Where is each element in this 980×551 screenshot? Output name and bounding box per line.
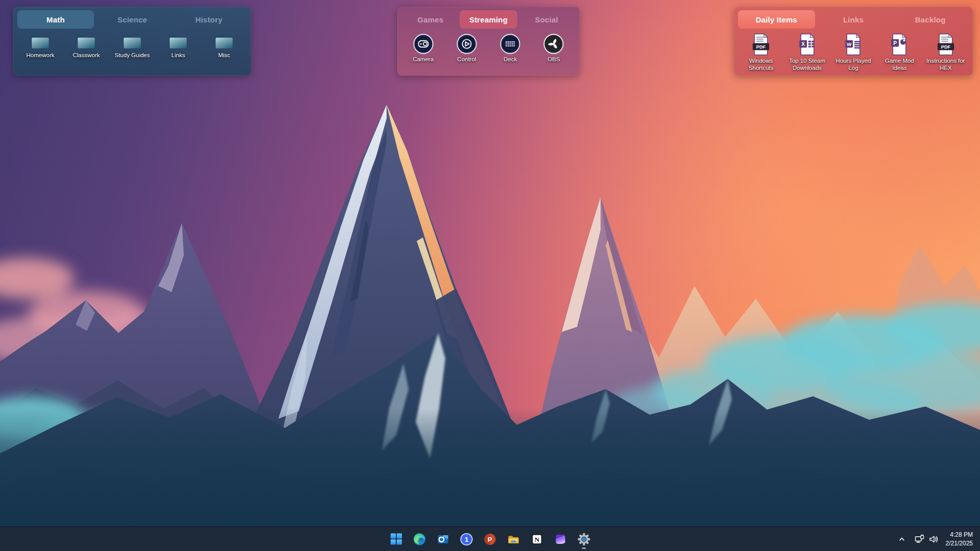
svg-text:W: W xyxy=(847,41,852,47)
desktop-item-control[interactable]: Control xyxy=(445,33,488,63)
windows-start-icon xyxy=(390,533,402,545)
desktop-item-camera[interactable]: Camera xyxy=(401,33,445,63)
item-label: Camera xyxy=(413,56,434,63)
item-label: Misc xyxy=(218,52,230,59)
item-label: Top 10 Steam Downloads xyxy=(785,58,830,71)
svg-text:PDF: PDF xyxy=(756,44,766,50)
tab-daily-items[interactable]: Daily Items xyxy=(738,10,815,29)
clipchamp-icon xyxy=(554,533,567,546)
edge-icon xyxy=(413,533,426,546)
chevron-up-icon xyxy=(897,534,907,544)
tab-games[interactable]: Games xyxy=(401,10,460,29)
streaming-items: Camera Control xyxy=(401,29,576,74)
powerpoint-file-icon: P xyxy=(890,33,909,56)
desktop: Math Science History Homework Classwork … xyxy=(0,0,980,551)
desktop-item-instructions-for-hex[interactable]: PDF Instructions for HEX xyxy=(923,33,969,71)
daily-tab-bar: Daily Items Links Backlog xyxy=(738,10,969,29)
excel-file-icon: X xyxy=(798,33,817,56)
item-label: Instructions for HEX xyxy=(923,58,968,71)
clock-time: 4:28 PM xyxy=(946,531,973,539)
folder-icon xyxy=(30,33,51,51)
powerpoint-icon: P xyxy=(484,533,497,546)
desktop-item-top-10-steam-downloads[interactable]: X Top 10 Steam Downloads xyxy=(784,33,830,71)
desktop-item-misc[interactable]: Misc xyxy=(201,33,247,59)
item-label: Hours Played Log xyxy=(831,58,876,71)
daily-items: PDF Windows Shortcuts X Top 10 Steam Do xyxy=(738,29,969,74)
taskbar-outlook-button[interactable] xyxy=(433,529,453,549)
onepassword-icon: 1 xyxy=(460,533,473,546)
file-explorer-icon xyxy=(507,533,520,546)
svg-text:1: 1 xyxy=(465,536,468,543)
taskbar-notion-button[interactable]: N xyxy=(527,529,547,549)
item-label: Game Mod Ideas xyxy=(877,58,922,71)
network-icon xyxy=(914,534,925,544)
svg-text:PDF: PDF xyxy=(941,44,951,50)
tray-network-volume-button[interactable] xyxy=(912,530,942,548)
streaming-tab-bar: Games Streaming Social xyxy=(401,10,576,29)
folder-icon xyxy=(168,33,189,51)
taskbar-clock[interactable]: 4:28 PM 2/21/2025 xyxy=(944,531,976,547)
desktop-item-classwork[interactable]: Classwork xyxy=(63,33,109,59)
clock-date: 2/21/2025 xyxy=(946,539,973,547)
folder-icon xyxy=(213,33,235,51)
item-label: Deck xyxy=(504,56,517,63)
desktop-item-hours-played-log[interactable]: W Hours Played Log xyxy=(830,33,876,71)
svg-text:N: N xyxy=(535,536,540,543)
item-label: Classwork xyxy=(73,52,100,59)
notion-icon: N xyxy=(531,533,544,546)
school-tab-bar: Math Science History xyxy=(17,10,247,29)
taskbar-clipchamp-button[interactable] xyxy=(551,529,570,549)
item-label: Links xyxy=(172,52,185,59)
tab-streaming[interactable]: Streaming xyxy=(460,10,518,29)
word-file-icon: W xyxy=(844,33,863,56)
desktop-item-obs[interactable]: OBS xyxy=(532,33,576,63)
school-items: Homework Classwork Study Guides Links Mi… xyxy=(17,29,247,74)
mountain-sunset-wallpaper xyxy=(0,0,980,527)
fence-panel-school: Math Science History Homework Classwork … xyxy=(13,7,251,76)
outlook-icon xyxy=(437,533,450,546)
svg-text:P: P xyxy=(488,535,492,543)
tab-links[interactable]: Links xyxy=(815,10,892,29)
svg-text:X: X xyxy=(801,41,805,47)
pdf-file-icon: PDF xyxy=(752,33,770,56)
tab-science[interactable]: Science xyxy=(94,10,171,29)
desktop-item-homework[interactable]: Homework xyxy=(17,33,63,59)
tab-math[interactable]: Math xyxy=(17,10,94,29)
desktop-item-study-guides[interactable]: Study Guides xyxy=(109,33,155,59)
taskbar-settings-button[interactable] xyxy=(574,529,594,549)
taskbar-edge-button[interactable] xyxy=(410,529,429,549)
desktop-item-game-mod-ideas[interactable]: P Game Mod Ideas xyxy=(876,33,922,71)
obs-icon xyxy=(543,33,564,55)
tab-history[interactable]: History xyxy=(171,10,247,29)
pdf-file-icon: PDF xyxy=(937,33,955,56)
control-center-icon xyxy=(456,33,477,55)
svg-text:P: P xyxy=(894,40,897,46)
item-label: Control xyxy=(457,56,476,63)
camera-icon xyxy=(413,33,434,55)
taskbar-1password-button[interactable]: 1 xyxy=(457,529,476,549)
fence-panel-daily: Daily Items Links Backlog PDF Windows Sh… xyxy=(734,7,973,76)
item-label: OBS xyxy=(547,56,560,63)
desktop-item-links[interactable]: Links xyxy=(155,33,201,59)
item-label: Windows Shortcuts xyxy=(738,58,783,71)
desktop-item-windows-shortcuts[interactable]: PDF Windows Shortcuts xyxy=(738,33,784,71)
item-label: Homework xyxy=(27,52,55,59)
folder-icon xyxy=(122,33,143,51)
item-label: Study Guides xyxy=(114,52,150,59)
taskbar-start-button[interactable] xyxy=(386,529,406,549)
stream-deck-icon xyxy=(499,33,521,55)
tab-social[interactable]: Social xyxy=(517,10,576,29)
tab-backlog[interactable]: Backlog xyxy=(892,10,969,29)
running-app-indicator xyxy=(582,547,586,549)
fence-panel-streaming: Games Streaming Social Camera xyxy=(397,7,580,76)
desktop-item-deck[interactable]: Deck xyxy=(489,33,532,63)
tray-overflow-button[interactable] xyxy=(894,530,910,548)
taskbar: 1 P N xyxy=(0,526,980,551)
taskbar-app-icons: 1 P N xyxy=(386,527,594,551)
taskbar-file-explorer-button[interactable] xyxy=(504,529,523,549)
settings-gear-icon xyxy=(578,533,591,546)
volume-icon xyxy=(928,534,939,544)
folder-icon xyxy=(76,33,97,51)
taskbar-powerpoint-button[interactable]: P xyxy=(480,529,500,549)
taskbar-system-tray: 4:28 PM 2/21/2025 xyxy=(894,527,976,551)
